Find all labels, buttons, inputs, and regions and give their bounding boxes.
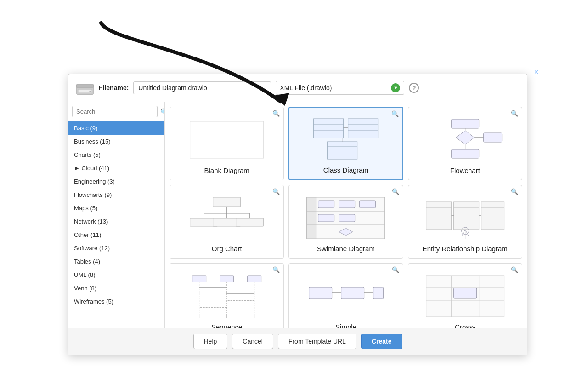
svg-rect-14 <box>328 142 357 159</box>
svg-rect-10 <box>348 119 378 138</box>
filename-label: Filename: <box>99 84 129 92</box>
template-card-flowchart[interactable]: 🔍 Flowchart <box>408 107 522 180</box>
template-label-flowchart: Flowchart <box>450 167 480 174</box>
magnify-icon-orgchart: 🔍 <box>272 188 280 195</box>
sidebar-item-maps[interactable]: Maps (5) <box>68 201 164 215</box>
svg-rect-6 <box>190 121 264 158</box>
sidebar-item-charts[interactable]: Charts (5) <box>68 148 164 161</box>
sidebar-item-other[interactable]: Other (11) <box>68 228 164 242</box>
sidebar-item-software[interactable]: Software (12) <box>68 242 164 255</box>
dialog-footer: Help Cancel From Template URL Create <box>68 328 527 355</box>
sidebar-item-uml[interactable]: UML (8) <box>68 268 164 282</box>
svg-rect-38 <box>339 201 355 208</box>
template-label-orgchart: Org Chart <box>212 245 242 253</box>
sidebar-item-basic[interactable]: Basic (9) <box>68 121 164 135</box>
template-area: 🔍 Blank Diagram 🔍 <box>165 102 527 328</box>
category-list: Basic (9) Business (15) Charts (5) ► Clo… <box>68 121 164 328</box>
svg-rect-67 <box>341 287 364 299</box>
filetype-select[interactable]: XML File (.drawio) ▼ <box>276 81 404 95</box>
dialog-header: Filename: XML File (.drawio) ▼ ? <box>68 74 527 102</box>
search-input[interactable] <box>72 106 158 117</box>
template-card-sequence[interactable]: 🔍 Sequence <box>170 263 284 328</box>
magnify-icon-erd: 🔍 <box>511 188 518 195</box>
magnify-icon-class: 🔍 <box>391 110 399 117</box>
template-url-button[interactable]: From Template URL <box>278 334 356 349</box>
template-card-swimlane[interactable]: 🔍 Swimlane Diagram <box>288 185 403 259</box>
template-label-erd: Entity Relationship Diagram <box>423 245 508 253</box>
cancel-button[interactable]: Cancel <box>232 334 273 349</box>
sidebar-item-business[interactable]: Business (15) <box>68 135 164 148</box>
magnify-icon-cross: 🔍 <box>511 266 518 273</box>
svg-rect-17 <box>451 119 479 128</box>
sidebar-item-venn[interactable]: Venn (8) <box>68 282 164 295</box>
template-label-cross: Cross- <box>455 323 475 328</box>
sidebar-item-flowcharts[interactable]: Flowcharts (9) <box>68 188 164 201</box>
magnify-icon-sequence: 🔍 <box>272 266 280 273</box>
svg-rect-2 <box>77 84 94 88</box>
preview-blank <box>174 117 280 163</box>
sidebar-item-engineering[interactable]: Engineering (3) <box>68 175 164 188</box>
template-label-simple: Simple <box>335 323 356 328</box>
preview-cross <box>412 273 518 319</box>
magnify-icon-simple: 🔍 <box>392 266 399 273</box>
preview-simple <box>293 273 399 319</box>
help-button[interactable]: Help <box>193 334 228 349</box>
create-button[interactable]: Create <box>361 334 402 349</box>
template-card-simple[interactable]: 🔍 Simple <box>288 263 403 328</box>
svg-marker-18 <box>456 131 474 144</box>
svg-rect-57 <box>248 276 261 282</box>
dialog-container: Filename: XML File (.drawio) ▼ ? 🔍 Basic… <box>68 74 527 355</box>
svg-rect-40 <box>318 214 334 222</box>
help-icon[interactable]: ? <box>409 83 419 93</box>
svg-rect-32 <box>236 218 264 226</box>
template-label-blank: Blank Diagram <box>204 167 249 174</box>
svg-rect-56 <box>220 276 234 282</box>
template-card-blank[interactable]: 🔍 Blank Diagram <box>170 107 284 180</box>
template-card-cross[interactable]: 🔍 Cross- <box>408 263 522 328</box>
template-label-swimlane: Swimlane Diagram <box>317 245 375 253</box>
search-wrapper: 🔍 <box>68 102 164 121</box>
sidebar: 🔍 Basic (9) Business (15) Charts (5) ► C… <box>68 102 165 328</box>
svg-rect-4 <box>79 90 91 92</box>
dialog-body: 🔍 Basic (9) Business (15) Charts (5) ► C… <box>68 102 527 328</box>
magnify-icon-flowchart: 🔍 <box>511 110 518 117</box>
sidebar-item-network[interactable]: Network (13) <box>68 215 164 228</box>
close-button[interactable]: × <box>534 68 538 76</box>
preview-class <box>293 116 398 162</box>
template-label-sequence: Sequence <box>211 323 243 328</box>
svg-rect-55 <box>192 276 206 282</box>
svg-rect-37 <box>318 201 334 208</box>
template-card-class[interactable]: 🔍 Class Diagram <box>288 107 403 180</box>
svg-rect-45 <box>453 202 479 230</box>
svg-rect-24 <box>213 197 241 207</box>
disk-icon <box>76 80 94 95</box>
sidebar-item-tables[interactable]: Tables (4) <box>68 255 164 268</box>
preview-erd <box>412 195 518 241</box>
template-card-orgchart[interactable]: 🔍 Org Chart <box>170 185 284 259</box>
preview-swimlane <box>293 195 399 241</box>
magnify-icon: 🔍 <box>272 110 280 117</box>
filename-input[interactable] <box>133 81 271 94</box>
preview-orgchart <box>174 195 280 241</box>
preview-sequence <box>174 273 280 319</box>
svg-rect-43 <box>426 202 451 230</box>
svg-rect-75 <box>453 288 476 298</box>
sidebar-item-cloud[interactable]: ► Cloud (41) <box>68 161 164 175</box>
svg-rect-47 <box>481 202 504 230</box>
search-button[interactable]: 🔍 <box>159 107 165 116</box>
template-card-erd[interactable]: 🔍 Entity Re <box>408 185 522 259</box>
svg-rect-23 <box>483 133 502 142</box>
svg-rect-34 <box>307 197 316 239</box>
dropdown-icon: ▼ <box>391 83 400 92</box>
magnify-icon-swimlane: 🔍 <box>392 188 399 195</box>
svg-rect-7 <box>314 119 344 138</box>
svg-rect-69 <box>373 287 384 299</box>
preview-flowchart <box>412 117 518 163</box>
svg-point-5 <box>90 91 91 92</box>
svg-rect-21 <box>451 149 479 158</box>
template-grid: 🔍 Blank Diagram 🔍 <box>170 107 522 328</box>
svg-rect-65 <box>309 287 332 299</box>
svg-rect-41 <box>339 214 355 222</box>
template-label-class: Class Diagram <box>323 166 368 174</box>
sidebar-item-wireframes[interactable]: Wireframes (5) <box>68 295 164 308</box>
